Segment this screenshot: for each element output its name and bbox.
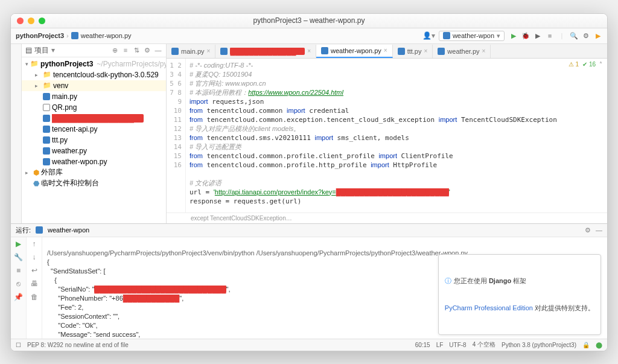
line-gutter[interactable]: 1 2 3 4 5 6 7 8 9 10 11 12 13 14 15 16 <box>167 59 186 212</box>
editor-breadcrumb[interactable]: except TencentCloudSDKException… <box>167 212 607 223</box>
tree-item-label: ████████████████.py <box>52 114 144 123</box>
chevron-right-icon[interactable]: ▸ <box>35 83 41 89</box>
run-icon[interactable]: ▶ <box>509 31 518 40</box>
tree-root[interactable]: ▾ 📁 pythonProject3 ~/PycharmProjects/pyt… <box>22 59 166 69</box>
chevron-up-icon[interactable]: ˄ <box>599 61 602 68</box>
sidebar-title: 项目 <box>34 45 49 56</box>
editor-body[interactable]: 1 2 3 4 5 6 7 8 9 10 11 12 13 14 15 16 #… <box>167 59 607 212</box>
editor-tab[interactable]: main.py× <box>167 45 215 58</box>
external-libs[interactable]: ▸ ⬢ 外部库 <box>22 167 166 178</box>
line-separator[interactable]: LF <box>436 342 444 348</box>
editor-tab[interactable]: weather-wpon.py× <box>316 45 393 58</box>
tree-item[interactable]: ████████████████.py <box>22 113 166 124</box>
inspection-badges[interactable]: ⚠ 1 ✔ 16 ˄ <box>569 61 602 68</box>
wrap-icon[interactable]: ↩ <box>31 266 37 275</box>
stop-icon[interactable]: ■ <box>546 31 554 40</box>
close-icon[interactable] <box>17 18 24 24</box>
search-icon[interactable]: 🔍 <box>570 31 578 40</box>
close-icon[interactable]: × <box>482 48 486 54</box>
nav-bar: pythonProject3 › weather-wpon.py 👤▾ weat… <box>11 28 607 44</box>
debug-icon[interactable]: 🐞 <box>521 31 530 40</box>
titlebar[interactable]: pythonProject3 – weather-wpon.py <box>11 14 607 28</box>
python-file-icon <box>220 48 228 55</box>
tree-item[interactable]: weather-wpon.py <box>22 156 166 167</box>
hide-icon[interactable]: — <box>596 226 602 234</box>
run-anything-icon[interactable]: ▶ <box>594 31 602 40</box>
project-tree[interactable]: ▾ 📁 pythonProject3 ~/PycharmProjects/pyt… <box>22 57 166 223</box>
caret-position[interactable]: 60:15 <box>415 342 430 348</box>
lock-icon[interactable]: 🔒 <box>582 342 590 348</box>
close-icon[interactable]: × <box>424 48 427 54</box>
collapse-all-icon[interactable]: ⇅ <box>132 46 141 54</box>
up-icon[interactable]: ↑ <box>33 240 36 248</box>
interpreter[interactable]: Python 3.8 (pythonProject3) <box>502 342 576 348</box>
settings-icon[interactable]: ⚙ <box>582 31 590 40</box>
trash-icon[interactable]: 🗑 <box>31 293 38 301</box>
down-icon[interactable]: ↓ <box>33 253 36 261</box>
maximize-icon[interactable] <box>39 18 45 24</box>
breadcrumb-file[interactable]: weather-wpon.py <box>81 32 132 39</box>
traffic-lights <box>11 18 45 24</box>
pycharm-pro-link[interactable]: PyCharm Professional Edition <box>445 304 533 311</box>
editor-tab[interactable]: weather.py× <box>433 45 491 58</box>
status-icon[interactable]: ⬤ <box>596 342 602 348</box>
folder-icon: 📁 <box>30 60 39 68</box>
chevron-right-icon[interactable]: ▸ <box>25 170 31 176</box>
left-tool-stripe[interactable] <box>11 44 22 223</box>
print-icon[interactable]: 🖶 <box>31 279 38 288</box>
chevron-down-icon[interactable]: ▾ <box>25 61 28 67</box>
tree-item[interactable]: tencent-api.py <box>22 124 166 135</box>
tree-item[interactable]: ▸📁tencentcloud-sdk-python-3.0.529 <box>22 69 166 80</box>
coverage-icon[interactable]: ▶ <box>534 31 542 40</box>
tree-item[interactable]: main.py <box>22 91 166 102</box>
python-file-icon <box>43 93 50 100</box>
warnings-badge[interactable]: ⚠ 1 <box>569 61 579 68</box>
gear-icon[interactable]: ⚙ <box>585 226 591 234</box>
editor-tabs: main.py×██████████████.py×weather-wpon.p… <box>167 44 607 59</box>
stop-icon[interactable]: ■ <box>16 266 21 275</box>
python-file-icon <box>321 47 328 54</box>
tree-item-label: weather.py <box>52 147 87 155</box>
run-config-selector[interactable]: weather-wpon ▾ <box>439 31 505 41</box>
chevron-right-icon[interactable]: ▸ <box>35 72 41 78</box>
project-tool-icon: ▤ <box>25 46 32 54</box>
tree-item[interactable]: ttt.py <box>22 135 166 145</box>
editor-tab[interactable]: ttt.py× <box>393 45 433 58</box>
exit-icon[interactable]: ⎋ <box>16 279 21 288</box>
scratches[interactable]: ⬣ 临时文件和控制台 <box>22 178 166 189</box>
run-toolbar: ▶ 🔧 ■ ⎋ 📌 <box>11 237 27 339</box>
tree-item[interactable]: ▸📁venv <box>22 80 166 91</box>
pep-warning[interactable]: PEP 8: W292 no newline at end of file <box>27 342 129 348</box>
rerun-icon[interactable]: ▶ <box>16 240 21 248</box>
editor-tab[interactable]: ██████████████.py× <box>215 45 316 58</box>
minimize-icon[interactable] <box>28 18 34 24</box>
divider: | <box>558 31 566 40</box>
ok-badge[interactable]: ✔ 16 <box>582 61 596 68</box>
folder-icon: 📁 <box>43 81 51 89</box>
tree-item-label: main.py <box>52 92 77 101</box>
breadcrumb[interactable]: pythonProject3 › weather-wpon.py <box>16 32 132 39</box>
close-icon[interactable]: × <box>384 47 387 54</box>
user-icon[interactable]: 👤▾ <box>422 31 435 40</box>
todo-icon[interactable]: ☐ <box>16 342 21 348</box>
close-icon[interactable]: × <box>307 48 311 54</box>
root-path: ~/PycharmProjects/pythonProject <box>97 60 166 68</box>
tool-icon[interactable]: 🔧 <box>14 253 23 261</box>
gear-icon[interactable]: ⚙ <box>143 46 151 54</box>
expand-all-icon[interactable]: ≡ <box>121 46 130 54</box>
scratches-icon: ⬣ <box>33 179 39 188</box>
close-icon[interactable]: × <box>207 48 211 54</box>
django-tip-popup[interactable]: ⓘ您正在使用 Django 框架 PyCharm Professional Ed… <box>438 254 601 335</box>
indent-setting[interactable]: 4 个空格 <box>473 340 495 349</box>
pin-icon[interactable]: 📌 <box>14 293 23 301</box>
run-config-name: weather-wpon <box>48 226 89 234</box>
select-opened-file-icon[interactable]: ⊕ <box>110 46 119 54</box>
tab-label: ██████████████.py <box>230 48 305 55</box>
hide-icon[interactable]: — <box>154 46 162 54</box>
file-encoding[interactable]: UTF-8 <box>449 342 466 348</box>
console-output[interactable]: /Users/yanshuopeng/PycharmProjects/pytho… <box>42 237 607 339</box>
breadcrumb-project[interactable]: pythonProject3 <box>16 32 64 39</box>
code-editor[interactable]: # -*- coding:UTF-8 -*- # 夏柔QQ: 15001904 … <box>186 59 607 212</box>
tree-item[interactable]: weather.py <box>22 145 166 156</box>
tree-item[interactable]: QR.png <box>22 102 166 113</box>
